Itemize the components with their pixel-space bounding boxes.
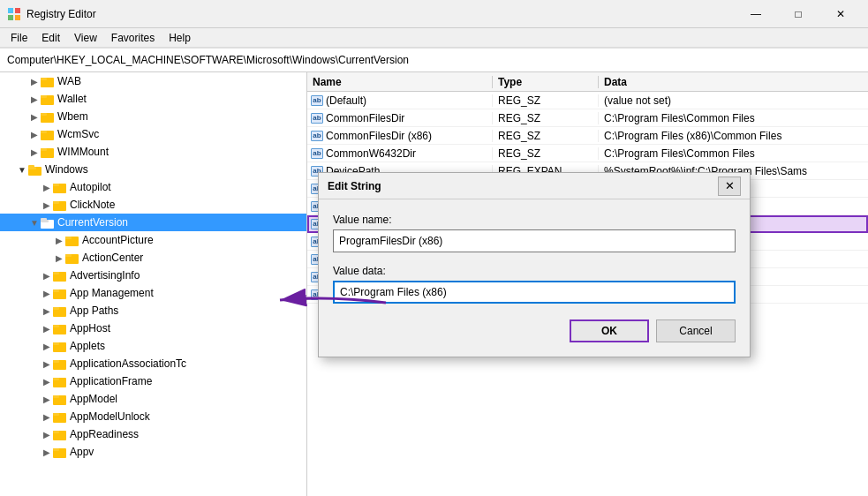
tree-item-appmodelunlock[interactable]: ▶ AppModelUnlock — [0, 408, 306, 425]
ok-button[interactable]: OK — [570, 319, 649, 342]
tree-item-apppaths[interactable]: ▶ App Paths — [0, 302, 306, 319]
value-data-label: Value data: — [333, 265, 736, 277]
tree-item-appframe[interactable]: ▶ ApplicationFrame — [0, 372, 306, 390]
folder-icon — [53, 375, 67, 387]
folder-open-icon — [41, 216, 55, 229]
table-row[interactable]: ab CommonFilesDir (x86) REG_SZ C:\Progra… — [307, 127, 868, 145]
cell-name: ab CommonFilesDir — [307, 112, 493, 124]
cell-type: REG_SZ — [493, 112, 599, 124]
folder-icon — [53, 340, 67, 352]
tree-item-appassoc[interactable]: ▶ ApplicationAssociationTc — [0, 355, 306, 372]
folder-open-icon — [28, 163, 42, 176]
tree-item-clicknote[interactable]: ▶ ClickNote — [0, 196, 306, 214]
value-data-input[interactable] — [333, 281, 736, 304]
tree-item-appmodel[interactable]: ▶ AppModel — [0, 390, 306, 408]
edit-string-dialog: Edit String ✕ Value name: Value data: OK… — [318, 172, 751, 357]
svg-rect-45 — [53, 413, 59, 416]
arrow-icon: ▶ — [53, 253, 65, 263]
svg-rect-33 — [53, 307, 59, 310]
tree-item-accountpicture[interactable]: ▶ AccountPicture — [0, 231, 306, 249]
tree-item-wallet[interactable]: ▶ Wallet — [0, 90, 306, 108]
tree-item-autopilot[interactable]: ▶ Autopilot — [0, 178, 306, 196]
address-bar[interactable]: Computer\HKEY_LOCAL_MACHINE\SOFTWARE\Mic… — [0, 48, 868, 72]
folder-icon — [41, 146, 55, 158]
folder-icon — [53, 410, 67, 423]
menu-help[interactable]: Help — [162, 30, 198, 46]
folder-icon — [53, 393, 67, 405]
arrow-icon: ▶ — [41, 395, 53, 404]
cancel-button[interactable]: Cancel — [656, 319, 736, 342]
dialog-buttons: OK Cancel — [333, 316, 736, 342]
tree-item-appreadiness[interactable]: ▶ AppReadiness — [0, 425, 306, 443]
tree-item-wbem[interactable]: ▶ Wbem — [0, 108, 306, 125]
menu-view[interactable]: View — [67, 30, 104, 46]
table-row[interactable]: ab (Default) REG_SZ (value not set) — [307, 92, 868, 109]
arrow-icon: ▶ — [41, 447, 53, 457]
svg-rect-25 — [65, 237, 72, 239]
minimize-button[interactable]: — — [736, 0, 776, 28]
tree-label: AppModel — [70, 393, 117, 405]
address-path: Computer\HKEY_LOCAL_MACHINE\SOFTWARE\Mic… — [7, 54, 409, 66]
tree-item-appv[interactable]: ▶ Appv — [0, 443, 306, 461]
tree-item-apphost[interactable]: ▶ AppHost — [0, 319, 306, 337]
menu-file[interactable]: File — [4, 30, 34, 46]
window-controls: — □ ✕ — [736, 0, 861, 28]
arrow-icon: ▶ — [41, 289, 53, 298]
tree-item-appmanagement[interactable]: ▶ App Management — [0, 284, 306, 302]
folder-icon — [53, 287, 67, 299]
tree-label: Wallet — [57, 93, 87, 105]
table-row[interactable]: ab CommonFilesDir REG_SZ C:\Program File… — [307, 109, 868, 127]
close-button[interactable]: ✕ — [820, 0, 861, 28]
arrow-icon: ▶ — [28, 147, 41, 157]
dialog-body: Value name: Value data: OK Cancel — [319, 199, 750, 357]
menu-edit[interactable]: Edit — [34, 30, 67, 46]
svg-rect-2 — [8, 15, 13, 20]
tree-item-wcmsvc[interactable]: ▶ WcmSvc — [0, 125, 306, 143]
cell-data: (value not set) — [599, 94, 868, 107]
cell-name: ab CommonFilesDir (x86) — [307, 130, 493, 142]
tree-item-wimmount[interactable]: ▶ WIMMount — [0, 143, 306, 161]
arrow-icon: ▶ — [53, 236, 65, 245]
menu-favorites[interactable]: Favorites — [104, 30, 162, 46]
tree-item-advertisinginfo[interactable]: ▶ AdvertisingInfo — [0, 267, 306, 284]
arrow-icon: ▶ — [41, 430, 53, 440]
tree-label: ClickNote — [70, 199, 115, 211]
cell-type: REG_SZ — [493, 130, 599, 142]
tree-item-windows[interactable]: ▼ Windows — [0, 161, 306, 178]
tree-item-applets[interactable]: ▶ Applets — [0, 337, 306, 355]
svg-rect-20 — [53, 201, 59, 204]
app-icon — [7, 7, 21, 21]
value-name-input[interactable] — [333, 229, 736, 252]
arrow-icon: ▶ — [41, 324, 53, 334]
folder-icon — [53, 199, 67, 211]
reg-type-icon: ab — [311, 148, 323, 159]
arrow-icon: ▶ — [41, 306, 53, 316]
arrow-icon: ▶ — [41, 342, 53, 351]
dialog-close-button[interactable]: ✕ — [718, 177, 741, 196]
tree-label: AppHost — [70, 322, 110, 334]
col-header-data: Data — [599, 76, 868, 88]
tree-scroll[interactable]: ▶ WAB ▶ Wallet ▶ — [0, 72, 306, 496]
maximize-button[interactable]: □ — [778, 0, 819, 28]
arrow-icon: ▶ — [41, 271, 53, 281]
tree-panel: ▶ WAB ▶ Wallet ▶ — [0, 72, 307, 496]
folder-icon — [53, 269, 67, 282]
folder-icon — [53, 428, 67, 440]
cell-data: C:\Program Files (x86)\Common Files — [599, 130, 868, 142]
tree-label: AccountPicture — [82, 234, 154, 246]
tree-label: Wbem — [57, 110, 88, 123]
tree-item-currentversion[interactable]: ▼ CurrentVersion — [0, 214, 306, 231]
table-row[interactable]: ab CommonW6432Dir REG_SZ C:\Program File… — [307, 145, 868, 162]
arrow-icon: ▶ — [41, 359, 53, 369]
tree-label: WIMMount — [57, 146, 109, 158]
arrow-icon: ▶ — [41, 200, 53, 210]
folder-icon — [53, 322, 67, 334]
svg-rect-29 — [53, 272, 59, 274]
cell-name: ab (Default) — [307, 94, 493, 107]
tree-item-actioncenter[interactable]: ▶ ActionCenter — [0, 249, 306, 267]
tree-label: ApplicationAssociationTc — [70, 357, 186, 370]
tree-item-wab[interactable]: ▶ WAB — [0, 72, 306, 90]
tree-label: Appv — [70, 446, 94, 458]
folder-icon — [53, 304, 67, 317]
tree-label: Applets — [70, 340, 105, 352]
